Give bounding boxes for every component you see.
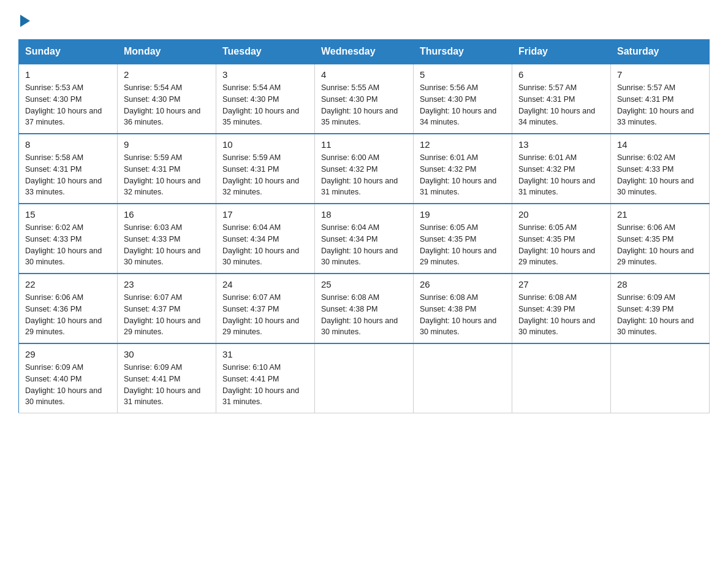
header-friday: Friday xyxy=(512,40,611,64)
logo xyxy=(18,12,30,27)
table-row: 30 Sunrise: 6:09 AM Sunset: 4:41 PM Dayl… xyxy=(118,343,216,413)
header-wednesday: Wednesday xyxy=(315,40,414,64)
day-number: 19 xyxy=(420,209,506,220)
day-info: Sunrise: 6:04 AM Sunset: 4:34 PM Dayligh… xyxy=(222,222,308,268)
day-info: Sunrise: 6:08 AM Sunset: 4:38 PM Dayligh… xyxy=(321,292,407,338)
calendar-week-row: 22 Sunrise: 6:06 AM Sunset: 4:36 PM Dayl… xyxy=(19,274,710,343)
calendar-week-row: 1 Sunrise: 5:53 AM Sunset: 4:30 PM Dayli… xyxy=(19,64,710,134)
day-info: Sunrise: 5:59 AM Sunset: 4:31 PM Dayligh… xyxy=(124,152,210,198)
day-info: Sunrise: 6:07 AM Sunset: 4:37 PM Dayligh… xyxy=(222,292,308,338)
table-row: 10 Sunrise: 5:59 AM Sunset: 4:31 PM Dayl… xyxy=(216,134,315,204)
day-number: 5 xyxy=(420,69,506,80)
table-row: 1 Sunrise: 5:53 AM Sunset: 4:30 PM Dayli… xyxy=(19,64,118,134)
day-number: 30 xyxy=(124,349,210,359)
table-row: 16 Sunrise: 6:03 AM Sunset: 4:33 PM Dayl… xyxy=(118,204,216,274)
day-info: Sunrise: 5:54 AM Sunset: 4:30 PM Dayligh… xyxy=(124,82,210,128)
table-row: 27 Sunrise: 6:08 AM Sunset: 4:39 PM Dayl… xyxy=(512,274,611,343)
table-row: 9 Sunrise: 5:59 AM Sunset: 4:31 PM Dayli… xyxy=(118,134,216,204)
header-thursday: Thursday xyxy=(414,40,512,64)
table-row xyxy=(611,343,710,413)
day-info: Sunrise: 6:02 AM Sunset: 4:33 PM Dayligh… xyxy=(617,152,703,198)
table-row: 19 Sunrise: 6:05 AM Sunset: 4:35 PM Dayl… xyxy=(414,204,512,274)
day-number: 6 xyxy=(518,69,604,80)
day-info: Sunrise: 6:04 AM Sunset: 4:34 PM Dayligh… xyxy=(321,222,407,268)
table-row: 24 Sunrise: 6:07 AM Sunset: 4:37 PM Dayl… xyxy=(216,274,315,343)
day-number: 27 xyxy=(518,279,604,289)
day-number: 11 xyxy=(321,139,407,150)
day-number: 21 xyxy=(617,209,703,220)
day-number: 26 xyxy=(420,279,506,289)
day-info: Sunrise: 6:01 AM Sunset: 4:32 PM Dayligh… xyxy=(420,152,506,198)
calendar-week-row: 15 Sunrise: 6:02 AM Sunset: 4:33 PM Dayl… xyxy=(19,204,710,274)
day-info: Sunrise: 6:06 AM Sunset: 4:36 PM Dayligh… xyxy=(25,292,111,338)
table-row: 21 Sunrise: 6:06 AM Sunset: 4:35 PM Dayl… xyxy=(611,204,710,274)
day-info: Sunrise: 6:01 AM Sunset: 4:32 PM Dayligh… xyxy=(518,152,604,198)
day-info: Sunrise: 6:10 AM Sunset: 4:41 PM Dayligh… xyxy=(222,362,308,408)
day-number: 31 xyxy=(222,349,308,359)
day-info: Sunrise: 6:05 AM Sunset: 4:35 PM Dayligh… xyxy=(518,222,604,268)
table-row: 2 Sunrise: 5:54 AM Sunset: 4:30 PM Dayli… xyxy=(118,64,216,134)
day-info: Sunrise: 5:55 AM Sunset: 4:30 PM Dayligh… xyxy=(321,82,407,128)
day-number: 20 xyxy=(518,209,604,220)
day-info: Sunrise: 5:57 AM Sunset: 4:31 PM Dayligh… xyxy=(617,82,703,128)
table-row: 7 Sunrise: 5:57 AM Sunset: 4:31 PM Dayli… xyxy=(611,64,710,134)
day-info: Sunrise: 5:58 AM Sunset: 4:31 PM Dayligh… xyxy=(25,152,111,198)
day-number: 12 xyxy=(420,139,506,150)
day-number: 24 xyxy=(222,279,308,289)
calendar-table: Sunday Monday Tuesday Wednesday Thursday… xyxy=(18,39,710,413)
day-number: 9 xyxy=(124,139,210,150)
day-number: 18 xyxy=(321,209,407,220)
header-saturday: Saturday xyxy=(611,40,710,64)
table-row: 23 Sunrise: 6:07 AM Sunset: 4:37 PM Dayl… xyxy=(118,274,216,343)
day-info: Sunrise: 5:59 AM Sunset: 4:31 PM Dayligh… xyxy=(222,152,308,198)
table-row: 28 Sunrise: 6:09 AM Sunset: 4:39 PM Dayl… xyxy=(611,274,710,343)
day-info: Sunrise: 5:56 AM Sunset: 4:30 PM Dayligh… xyxy=(420,82,506,128)
table-row: 26 Sunrise: 6:08 AM Sunset: 4:38 PM Dayl… xyxy=(414,274,512,343)
day-info: Sunrise: 5:57 AM Sunset: 4:31 PM Dayligh… xyxy=(518,82,604,128)
day-number: 10 xyxy=(222,139,308,150)
table-row: 18 Sunrise: 6:04 AM Sunset: 4:34 PM Dayl… xyxy=(315,204,414,274)
table-row: 25 Sunrise: 6:08 AM Sunset: 4:38 PM Dayl… xyxy=(315,274,414,343)
day-number: 15 xyxy=(25,209,111,220)
table-row: 5 Sunrise: 5:56 AM Sunset: 4:30 PM Dayli… xyxy=(414,64,512,134)
day-info: Sunrise: 6:09 AM Sunset: 4:39 PM Dayligh… xyxy=(617,292,703,338)
day-info: Sunrise: 6:00 AM Sunset: 4:32 PM Dayligh… xyxy=(321,152,407,198)
day-number: 14 xyxy=(617,139,703,150)
day-number: 23 xyxy=(124,279,210,289)
table-row: 17 Sunrise: 6:04 AM Sunset: 4:34 PM Dayl… xyxy=(216,204,315,274)
table-row: 15 Sunrise: 6:02 AM Sunset: 4:33 PM Dayl… xyxy=(19,204,118,274)
day-number: 13 xyxy=(518,139,604,150)
day-number: 28 xyxy=(617,279,703,289)
day-info: Sunrise: 6:05 AM Sunset: 4:35 PM Dayligh… xyxy=(420,222,506,268)
table-row: 3 Sunrise: 5:54 AM Sunset: 4:30 PM Dayli… xyxy=(216,64,315,134)
table-row: 29 Sunrise: 6:09 AM Sunset: 4:40 PM Dayl… xyxy=(19,343,118,413)
logo-arrow-icon xyxy=(20,15,30,27)
day-info: Sunrise: 6:08 AM Sunset: 4:39 PM Dayligh… xyxy=(518,292,604,338)
day-number: 1 xyxy=(25,69,111,80)
day-number: 3 xyxy=(222,69,308,80)
calendar-week-row: 29 Sunrise: 6:09 AM Sunset: 4:40 PM Dayl… xyxy=(19,343,710,413)
day-info: Sunrise: 6:02 AM Sunset: 4:33 PM Dayligh… xyxy=(25,222,111,268)
day-number: 4 xyxy=(321,69,407,80)
table-row: 14 Sunrise: 6:02 AM Sunset: 4:33 PM Dayl… xyxy=(611,134,710,204)
calendar-header-row: Sunday Monday Tuesday Wednesday Thursday… xyxy=(19,40,710,64)
table-row xyxy=(315,343,414,413)
day-info: Sunrise: 6:08 AM Sunset: 4:38 PM Dayligh… xyxy=(420,292,506,338)
table-row: 8 Sunrise: 5:58 AM Sunset: 4:31 PM Dayli… xyxy=(19,134,118,204)
day-number: 8 xyxy=(25,139,111,150)
day-info: Sunrise: 6:07 AM Sunset: 4:37 PM Dayligh… xyxy=(124,292,210,338)
table-row xyxy=(512,343,611,413)
day-number: 2 xyxy=(124,69,210,80)
calendar-week-row: 8 Sunrise: 5:58 AM Sunset: 4:31 PM Dayli… xyxy=(19,134,710,204)
day-number: 16 xyxy=(124,209,210,220)
table-row: 11 Sunrise: 6:00 AM Sunset: 4:32 PM Dayl… xyxy=(315,134,414,204)
day-info: Sunrise: 6:06 AM Sunset: 4:35 PM Dayligh… xyxy=(617,222,703,268)
table-row: 12 Sunrise: 6:01 AM Sunset: 4:32 PM Dayl… xyxy=(414,134,512,204)
header-sunday: Sunday xyxy=(19,40,118,64)
day-info: Sunrise: 6:03 AM Sunset: 4:33 PM Dayligh… xyxy=(124,222,210,268)
table-row: 6 Sunrise: 5:57 AM Sunset: 4:31 PM Dayli… xyxy=(512,64,611,134)
day-number: 29 xyxy=(25,349,111,359)
day-number: 22 xyxy=(25,279,111,289)
day-info: Sunrise: 6:09 AM Sunset: 4:40 PM Dayligh… xyxy=(25,362,111,408)
table-row: 31 Sunrise: 6:10 AM Sunset: 4:41 PM Dayl… xyxy=(216,343,315,413)
